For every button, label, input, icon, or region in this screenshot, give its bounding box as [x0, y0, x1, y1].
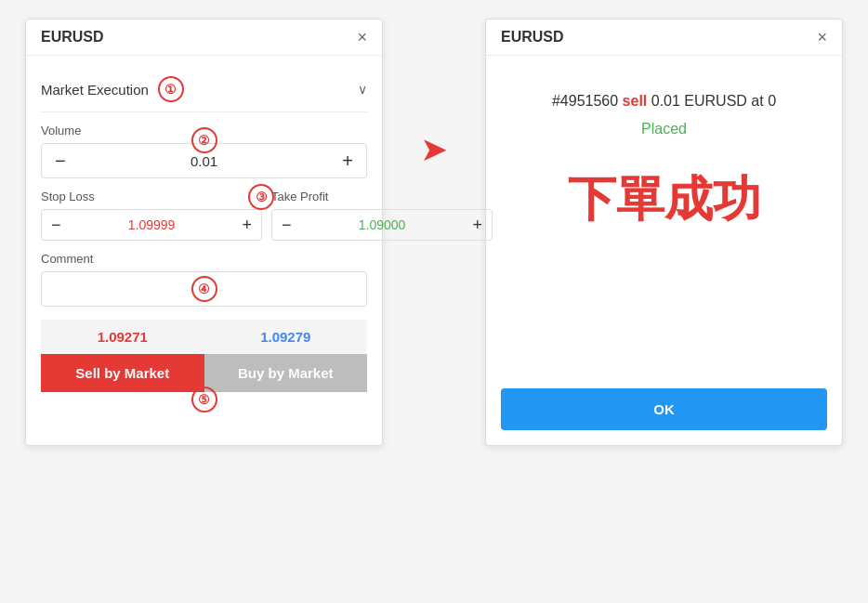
tp-increase-button[interactable]: +	[464, 210, 493, 240]
stop-loss-group: Stop Loss − + ③	[41, 190, 262, 241]
right-panel: EURUSD × #4951560 sell 0.01 EURUSD at 0 …	[485, 19, 843, 446]
take-profit-group: Take Profit − +	[271, 190, 493, 241]
left-panel-body: Market Execution ① ∨ Volume − + ② Stop L…	[26, 56, 382, 403]
execution-label: Market Execution	[41, 82, 149, 98]
comment-badge: ④	[191, 276, 217, 302]
sell-price: 1.09271	[41, 320, 204, 354]
sl-tp-badge: ③	[248, 184, 274, 210]
execution-label-group: Market Execution ①	[41, 76, 184, 102]
take-profit-label: Take Profit	[271, 190, 493, 203]
left-panel-title: EURUSD	[41, 29, 104, 46]
buy-by-market-button[interactable]: Buy by Market	[204, 354, 368, 392]
chevron-down-icon[interactable]: ∨	[358, 82, 367, 97]
success-text: 下單成功	[568, 167, 761, 232]
take-profit-input[interactable]	[301, 217, 464, 232]
order-detail: 0.01 EURUSD at 0	[651, 93, 776, 109]
left-panel-header: EURUSD ×	[26, 20, 382, 56]
stop-loss-label: Stop Loss	[41, 190, 262, 203]
right-panel-header: EURUSD ×	[486, 20, 842, 56]
left-close-button[interactable]: ×	[357, 29, 367, 46]
volume-decrease-button[interactable]: −	[42, 144, 79, 177]
volume-stepper: − + ②	[41, 143, 367, 178]
left-panel: EURUSD × Market Execution ① ∨ Volume − +…	[25, 19, 383, 446]
stop-loss-input[interactable]	[71, 217, 233, 232]
comment-label: Comment	[41, 252, 367, 266]
sl-decrease-button[interactable]: −	[42, 210, 71, 240]
order-sell-label: sell	[623, 93, 648, 109]
volume-section: Volume − + ②	[41, 124, 367, 178]
volume-badge: ②	[191, 127, 217, 153]
placed-label: Placed	[641, 121, 687, 138]
ok-btn-container: OK	[486, 388, 842, 445]
buy-price: 1.09279	[204, 320, 368, 354]
arrow-container: ➤	[411, 19, 457, 169]
right-close-button[interactable]: ×	[817, 29, 827, 46]
execution-row: Market Execution ① ∨	[41, 67, 367, 112]
comment-section: Comment ④	[41, 252, 367, 307]
take-profit-stepper: − +	[271, 209, 493, 241]
tp-decrease-button[interactable]: −	[272, 210, 301, 240]
right-panel-title: EURUSD	[501, 29, 564, 46]
order-number: #4951560	[552, 93, 618, 109]
sl-increase-button[interactable]: + ③	[233, 210, 262, 240]
volume-input[interactable]	[79, 153, 330, 169]
right-panel-body: #4951560 sell 0.01 EURUSD at 0 Placed 下單…	[486, 56, 842, 388]
volume-increase-button[interactable]: +	[329, 144, 366, 177]
action-badge: ⑤	[191, 387, 217, 413]
price-row: 1.09271 1.09279	[41, 320, 367, 354]
execution-badge: ①	[158, 76, 184, 102]
sl-tp-row: Stop Loss − + ③ Take Profit − +	[41, 190, 367, 241]
sell-by-market-button[interactable]: Sell by Market	[41, 354, 204, 392]
stop-loss-stepper: − + ③	[41, 209, 262, 241]
arrow-right-icon: ➤	[420, 130, 448, 169]
order-info: #4951560 sell 0.01 EURUSD at 0	[552, 93, 776, 110]
ok-button[interactable]: OK	[501, 388, 827, 430]
action-row: Sell by Market Buy by Market ⑤	[41, 354, 367, 392]
